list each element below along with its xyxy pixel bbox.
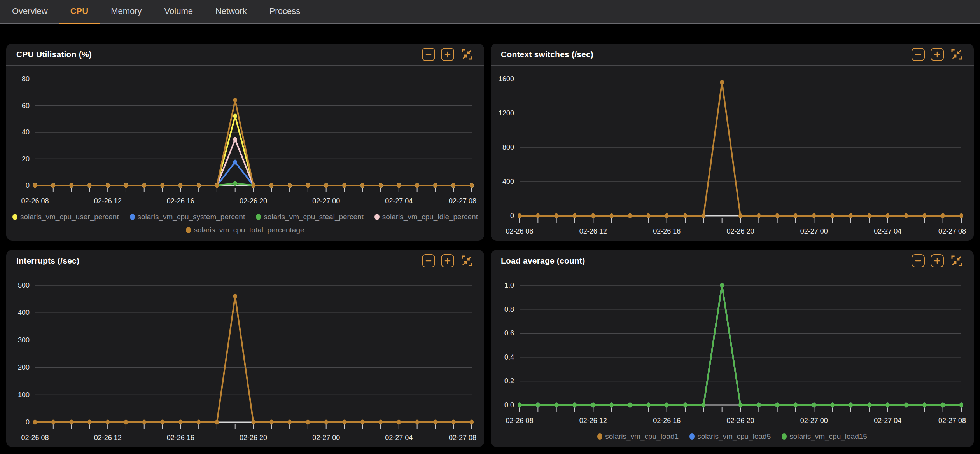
data-point-marker [178,183,182,188]
chart-svg: 010020030040050002-26 0802-26 1202-26 16… [6,272,484,447]
tab-volume[interactable]: Volume [153,0,204,24]
panel-title: Load average (count) [501,256,585,265]
data-point-marker [867,213,871,218]
tab-network[interactable]: Network [204,0,258,24]
legend-row: solaris_vm_cpu_user_percentsolaris_vm_cp… [12,210,478,224]
data-point-marker [106,420,110,425]
x-axis-label: 02-26 16 [167,434,194,442]
tab-cpu[interactable]: CPU [59,0,100,24]
y-axis-label: 0 [26,418,30,426]
zoom-out-button[interactable] [912,254,925,267]
legend-item-solaris_vm_cpu_system_percent[interactable]: solaris_vm_cpu_system_percent [130,213,245,221]
data-point-marker [233,181,237,186]
x-axis-label: 02-26 16 [167,197,194,205]
x-axis-label: 02-27 00 [800,417,828,424]
x-axis-label: 02-27 04 [874,227,901,235]
series-line-solaris_vm_cpu_user_percent [35,116,472,185]
data-point-marker [161,183,164,188]
data-point-marker [518,213,522,218]
data-point-marker [51,183,55,188]
data-point-marker [573,403,577,408]
data-point-marker [106,183,110,188]
panel-cpu-utilisation: CPU Utilisation (%) 02040608002-26 0802- [6,44,484,241]
legend-item-solaris_vm_cpu_steal_percent[interactable]: solaris_vm_cpu_steal_percent [256,213,364,221]
y-axis-label: 800 [502,143,514,151]
data-point-marker [470,183,474,188]
x-axis-label: 02-26 20 [726,227,754,235]
chart-canvas-context-switches[interactable]: 04008001200160002-26 0802-26 1202-26 160… [491,66,974,241]
data-point-marker [215,183,219,188]
legend-item-solaris_vm_cpu_user_percent[interactable]: solaris_vm_cpu_user_percent [12,213,119,221]
data-point-marker [518,403,522,408]
zoom-in-button[interactable] [931,48,944,61]
zoom-out-button[interactable] [422,48,435,61]
data-point-marker [591,403,595,408]
series-line-solaris_vm_cpu_total_percentage [35,100,472,185]
data-point-marker [646,403,650,408]
legend-item-solaris_vm_cpu_load15[interactable]: solaris_vm_cpu_load15 [782,432,867,441]
data-point-marker [197,420,201,425]
data-point-marker [306,420,310,425]
data-point-marker [941,213,945,218]
legend-label: solaris_vm_cpu_idle_percent [382,213,478,221]
zoom-out-button[interactable] [422,254,435,267]
collapse-button[interactable] [460,254,474,268]
y-axis-label: 0 [26,182,30,189]
series-line-solaris_vm_cpu_idle_percent [35,140,472,185]
data-point-marker [215,420,219,425]
x-axis-label: 02-26 16 [653,227,681,235]
chart-legend-load-average: solaris_vm_cpu_load1solaris_vm_cpu_load5… [491,430,974,447]
data-point-marker [379,183,383,188]
data-point-marker [161,420,164,425]
legend-swatch [782,433,787,440]
legend-item-solaris_vm_cpu_idle_percent[interactable]: solaris_vm_cpu_idle_percent [374,213,478,221]
data-point-marker [959,213,963,218]
tab-memory[interactable]: Memory [100,0,153,24]
chart-svg: 04008001200160002-26 0802-26 1202-26 160… [491,66,974,241]
x-axis-label: 02-27 08 [938,227,966,235]
tab-overview[interactable]: Overview [1,0,59,24]
zoom-in-button[interactable] [441,48,454,61]
collapse-button[interactable] [950,254,964,268]
zoom-in-button[interactable] [931,254,944,267]
x-axis-label: 02-26 08 [21,434,49,442]
chart-canvas-load-average[interactable]: 0.00.20.40.60.81.002-26 0802-26 1202-26 … [491,272,974,430]
chart-svg: 0.00.20.40.60.81.002-26 0802-26 1202-26 … [491,272,974,430]
x-axis-label: 02-26 08 [21,197,49,205]
data-point-marker [665,403,669,408]
plus-icon [933,51,941,58]
legend-label: solaris_vm_cpu_user_percent [20,213,119,221]
collapse-button[interactable] [950,47,964,61]
y-axis-label: 0.6 [504,329,514,337]
legend-label: solaris_vm_cpu_steal_percent [264,213,364,221]
data-point-marker [904,403,908,408]
data-point-marker [324,420,328,425]
data-point-marker [470,420,474,425]
legend-item-solaris_vm_cpu_total_percentage[interactable]: solaris_vm_cpu_total_percentage [186,226,304,234]
legend-item-solaris_vm_cpu_load1[interactable]: solaris_vm_cpu_load1 [597,432,679,441]
data-point-marker [812,403,816,408]
data-point-marker [886,213,890,218]
data-point-marker [51,420,55,425]
chart-canvas-cpu-utilisation[interactable]: 02040608002-26 0802-26 1202-26 1602-26 2… [6,66,484,210]
chart-canvas-interrupts[interactable]: 010020030040050002-26 0802-26 1202-26 16… [6,272,484,447]
legend-swatch [130,214,135,220]
x-axis-label: 02-27 04 [385,197,413,205]
data-point-marker [886,403,890,408]
zoom-in-button[interactable] [441,254,454,267]
y-axis-label: 400 [18,309,30,316]
legend-item-solaris_vm_cpu_load5[interactable]: solaris_vm_cpu_load5 [690,432,771,441]
y-axis-label: 20 [22,155,30,163]
data-point-marker [342,420,346,425]
y-axis-label: 300 [18,336,30,344]
data-point-marker [831,403,835,408]
y-axis-label: 0.2 [504,377,514,385]
collapse-button[interactable] [460,47,474,61]
legend-label: solaris_vm_cpu_load15 [789,432,867,441]
tab-process[interactable]: Process [258,0,312,24]
data-point-marker [904,213,908,218]
minus-icon [914,257,922,265]
x-axis-label: 02-26 08 [506,227,533,235]
data-point-marker [379,420,383,425]
zoom-out-button[interactable] [912,48,925,61]
